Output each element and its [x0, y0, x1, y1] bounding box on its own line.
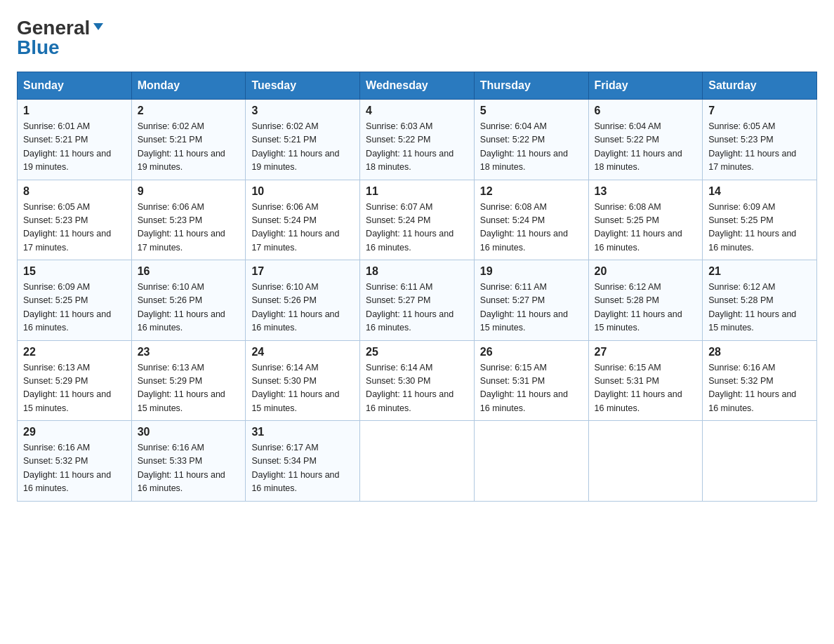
- col-header-thursday: Thursday: [474, 72, 588, 100]
- day-cell: 1 Sunrise: 6:01 AM Sunset: 5:21 PM Dayli…: [18, 100, 132, 180]
- day-cell: 21 Sunrise: 6:12 AM Sunset: 5:28 PM Dayl…: [703, 260, 817, 341]
- day-info: Sunrise: 6:06 AM Sunset: 5:23 PM Dayligh…: [138, 201, 240, 255]
- day-cell: 18 Sunrise: 6:11 AM Sunset: 5:27 PM Dayl…: [360, 260, 475, 341]
- day-cell: 9 Sunrise: 6:06 AM Sunset: 5:23 PM Dayli…: [131, 180, 246, 260]
- day-info: Sunrise: 6:02 AM Sunset: 5:21 PM Dayligh…: [251, 120, 354, 175]
- day-info: Sunrise: 6:17 AM Sunset: 5:34 PM Dayligh…: [251, 441, 354, 496]
- day-info: Sunrise: 6:11 AM Sunset: 5:27 PM Dayligh…: [480, 281, 583, 335]
- day-number: 20: [595, 265, 697, 278]
- day-number: 7: [708, 105, 811, 117]
- day-cell: 22 Sunrise: 6:13 AM Sunset: 5:29 PM Dayl…: [18, 340, 132, 421]
- day-info: Sunrise: 6:04 AM Sunset: 5:22 PM Dayligh…: [595, 120, 697, 175]
- day-number: 11: [366, 185, 468, 198]
- day-number: 26: [480, 346, 583, 358]
- day-number: 23: [138, 346, 240, 358]
- week-row: 1 Sunrise: 6:01 AM Sunset: 5:21 PM Dayli…: [18, 100, 817, 180]
- day-cell: 4 Sunrise: 6:03 AM Sunset: 5:22 PM Dayli…: [360, 100, 475, 180]
- day-number: 4: [366, 105, 468, 117]
- col-header-saturday: Saturday: [703, 72, 817, 100]
- day-info: Sunrise: 6:07 AM Sunset: 5:24 PM Dayligh…: [366, 201, 468, 255]
- day-info: Sunrise: 6:16 AM Sunset: 5:32 PM Dayligh…: [708, 361, 811, 416]
- day-cell: 10 Sunrise: 6:06 AM Sunset: 5:24 PM Dayl…: [246, 180, 360, 260]
- day-info: Sunrise: 6:08 AM Sunset: 5:24 PM Dayligh…: [480, 201, 583, 255]
- day-cell: 11 Sunrise: 6:07 AM Sunset: 5:24 PM Dayl…: [360, 180, 475, 260]
- page-header: General Blue: [17, 17, 817, 59]
- day-info: Sunrise: 6:04 AM Sunset: 5:22 PM Dayligh…: [480, 120, 583, 175]
- week-row: 15 Sunrise: 6:09 AM Sunset: 5:25 PM Dayl…: [18, 260, 817, 341]
- day-cell: 13 Sunrise: 6:08 AM Sunset: 5:25 PM Dayl…: [588, 180, 703, 260]
- day-info: Sunrise: 6:13 AM Sunset: 5:29 PM Dayligh…: [138, 361, 240, 416]
- day-info: Sunrise: 6:10 AM Sunset: 5:26 PM Dayligh…: [251, 281, 354, 335]
- day-info: Sunrise: 6:02 AM Sunset: 5:21 PM Dayligh…: [138, 120, 240, 175]
- day-cell: 19 Sunrise: 6:11 AM Sunset: 5:27 PM Dayl…: [474, 260, 588, 341]
- day-info: Sunrise: 6:16 AM Sunset: 5:32 PM Dayligh…: [23, 441, 126, 496]
- day-number: 17: [251, 265, 354, 278]
- day-number: 9: [138, 185, 240, 198]
- day-number: 13: [595, 185, 697, 198]
- day-info: Sunrise: 6:16 AM Sunset: 5:33 PM Dayligh…: [138, 441, 240, 496]
- day-number: 8: [23, 185, 126, 198]
- day-info: Sunrise: 6:09 AM Sunset: 5:25 PM Dayligh…: [23, 281, 126, 335]
- day-number: 5: [480, 105, 583, 117]
- day-number: 25: [366, 346, 468, 358]
- day-number: 31: [251, 426, 354, 438]
- day-info: Sunrise: 6:12 AM Sunset: 5:28 PM Dayligh…: [708, 281, 811, 335]
- day-number: 28: [708, 346, 811, 358]
- calendar-header: SundayMondayTuesdayWednesdayThursdayFrid…: [18, 72, 817, 100]
- day-number: 3: [251, 105, 354, 117]
- day-info: Sunrise: 6:08 AM Sunset: 5:25 PM Dayligh…: [595, 201, 697, 255]
- day-number: 10: [251, 185, 354, 198]
- col-header-monday: Monday: [131, 72, 246, 100]
- day-cell: 27 Sunrise: 6:15 AM Sunset: 5:31 PM Dayl…: [588, 340, 703, 421]
- day-cell: 29 Sunrise: 6:16 AM Sunset: 5:32 PM Dayl…: [18, 421, 132, 502]
- day-number: 30: [138, 426, 240, 438]
- day-cell: 3 Sunrise: 6:02 AM Sunset: 5:21 PM Dayli…: [246, 100, 360, 180]
- day-info: Sunrise: 6:05 AM Sunset: 5:23 PM Dayligh…: [708, 120, 811, 175]
- day-cell: 12 Sunrise: 6:08 AM Sunset: 5:24 PM Dayl…: [474, 180, 588, 260]
- day-info: Sunrise: 6:10 AM Sunset: 5:26 PM Dayligh…: [138, 281, 240, 335]
- day-cell: [703, 421, 817, 502]
- day-info: Sunrise: 6:13 AM Sunset: 5:29 PM Dayligh…: [23, 361, 126, 416]
- day-info: Sunrise: 6:06 AM Sunset: 5:24 PM Dayligh…: [251, 201, 354, 255]
- week-row: 29 Sunrise: 6:16 AM Sunset: 5:32 PM Dayl…: [18, 421, 817, 502]
- day-number: 2: [138, 105, 240, 117]
- day-number: 15: [23, 265, 126, 278]
- day-info: Sunrise: 6:12 AM Sunset: 5:28 PM Dayligh…: [595, 281, 697, 335]
- day-number: 29: [23, 426, 126, 438]
- logo-blue-text: Blue: [17, 36, 60, 59]
- day-info: Sunrise: 6:15 AM Sunset: 5:31 PM Dayligh…: [595, 361, 697, 416]
- day-cell: 20 Sunrise: 6:12 AM Sunset: 5:28 PM Dayl…: [588, 260, 703, 341]
- day-cell: [360, 421, 475, 502]
- day-number: 18: [366, 265, 468, 278]
- day-cell: 26 Sunrise: 6:15 AM Sunset: 5:31 PM Dayl…: [474, 340, 588, 421]
- day-cell: 16 Sunrise: 6:10 AM Sunset: 5:26 PM Dayl…: [131, 260, 246, 341]
- day-info: Sunrise: 6:01 AM Sunset: 5:21 PM Dayligh…: [23, 120, 126, 175]
- col-header-wednesday: Wednesday: [360, 72, 475, 100]
- day-info: Sunrise: 6:09 AM Sunset: 5:25 PM Dayligh…: [708, 201, 811, 255]
- day-cell: 6 Sunrise: 6:04 AM Sunset: 5:22 PM Dayli…: [588, 100, 703, 180]
- col-header-sunday: Sunday: [18, 72, 132, 100]
- day-cell: 15 Sunrise: 6:09 AM Sunset: 5:25 PM Dayl…: [18, 260, 132, 341]
- day-number: 12: [480, 185, 583, 198]
- day-cell: [588, 421, 703, 502]
- day-cell: 8 Sunrise: 6:05 AM Sunset: 5:23 PM Dayli…: [18, 180, 132, 260]
- day-info: Sunrise: 6:15 AM Sunset: 5:31 PM Dayligh…: [480, 361, 583, 416]
- day-cell: 23 Sunrise: 6:13 AM Sunset: 5:29 PM Dayl…: [131, 340, 246, 421]
- logo-arrow-icon: [92, 20, 105, 36]
- col-header-friday: Friday: [588, 72, 703, 100]
- day-cell: [474, 421, 588, 502]
- day-number: 22: [23, 346, 126, 358]
- day-info: Sunrise: 6:03 AM Sunset: 5:22 PM Dayligh…: [366, 120, 468, 175]
- logo: General Blue: [17, 17, 105, 59]
- day-cell: 25 Sunrise: 6:14 AM Sunset: 5:30 PM Dayl…: [360, 340, 475, 421]
- day-cell: 24 Sunrise: 6:14 AM Sunset: 5:30 PM Dayl…: [246, 340, 360, 421]
- day-cell: 28 Sunrise: 6:16 AM Sunset: 5:32 PM Dayl…: [703, 340, 817, 421]
- day-number: 14: [708, 185, 811, 198]
- week-row: 22 Sunrise: 6:13 AM Sunset: 5:29 PM Dayl…: [18, 340, 817, 421]
- day-number: 19: [480, 265, 583, 278]
- day-info: Sunrise: 6:14 AM Sunset: 5:30 PM Dayligh…: [251, 361, 354, 416]
- day-cell: 5 Sunrise: 6:04 AM Sunset: 5:22 PM Dayli…: [474, 100, 588, 180]
- day-info: Sunrise: 6:14 AM Sunset: 5:30 PM Dayligh…: [366, 361, 468, 416]
- day-cell: 2 Sunrise: 6:02 AM Sunset: 5:21 PM Dayli…: [131, 100, 246, 180]
- day-info: Sunrise: 6:11 AM Sunset: 5:27 PM Dayligh…: [366, 281, 468, 335]
